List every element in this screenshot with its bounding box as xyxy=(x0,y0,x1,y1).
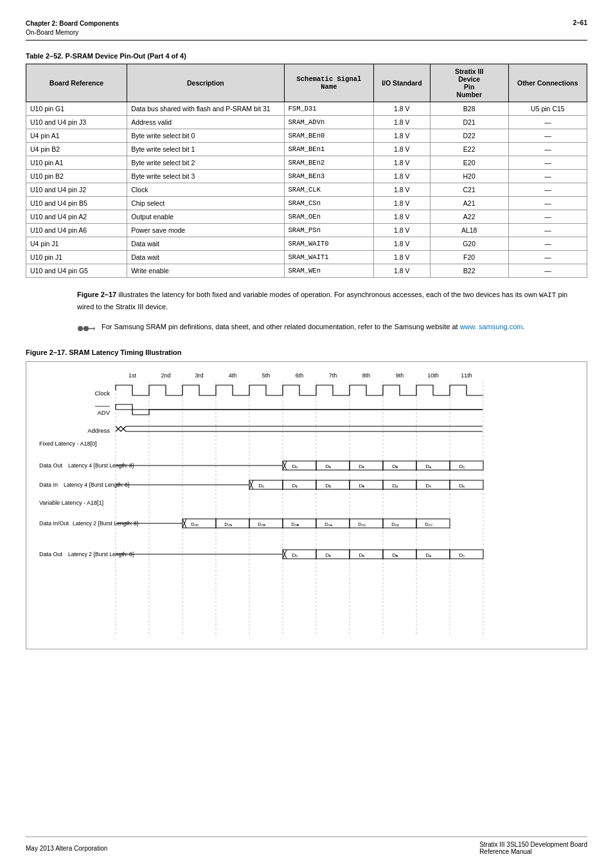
svg-text:Data Out: Data Out xyxy=(39,462,63,469)
col-header-pin: Stratix III Device Pin Number xyxy=(430,64,508,102)
svg-rect-41 xyxy=(416,461,450,470)
col-header-other: Other Connections xyxy=(508,64,587,102)
svg-rect-96 xyxy=(316,550,350,559)
timing-diagram: 1st 2nd 3rd 4th 5th 6th 7th 8th 9th 10th… xyxy=(26,361,587,649)
table-row: U4 pin A1Byte write select bit 0SRAM_BEn… xyxy=(26,129,587,143)
svg-text:D₂: D₂ xyxy=(359,552,365,558)
svg-text:D₀₆: D₀₆ xyxy=(391,521,398,527)
svg-text:Variable Latency - A18[1]: Variable Latency - A18[1] xyxy=(39,500,103,506)
svg-text:D₁: D₁ xyxy=(292,483,298,489)
col-header-io: I/O Standard xyxy=(374,64,430,102)
header-left: Chapter 2: Board Components On-Board Mem… xyxy=(26,19,119,37)
table-row: U10 pin B2Byte write select bit 3SRAM_BE… xyxy=(26,170,587,183)
table-row: U10 and U4 pin J2ClockSRAM_CLK1.8 VC21— xyxy=(26,183,587,197)
svg-rect-42 xyxy=(450,461,483,470)
svg-rect-80 xyxy=(383,519,416,528)
samsung-link[interactable]: www. samsung.com xyxy=(460,323,523,330)
page: Chapter 2: Board Components On-Board Mem… xyxy=(0,0,613,868)
svg-rect-37 xyxy=(283,461,316,470)
note-text: For Samsung SRAM pin definitions, data s… xyxy=(102,321,525,333)
table-body: U10 pin G1Data bus shared with flash and… xyxy=(26,102,587,278)
svg-text:D₀₄: D₀₄ xyxy=(324,521,332,527)
svg-rect-40 xyxy=(383,461,416,470)
svg-text:D₃: D₃ xyxy=(359,483,365,489)
page-footer: May 2013 Altera Corporation Stratix III … xyxy=(26,836,587,855)
table-row: U4 pin J1Data waitSRAM_WAIT01.8 VG20— xyxy=(26,237,587,251)
table-row: U10 pin G1Data bus shared with flash and… xyxy=(26,102,587,116)
figure-caption: Figure 2–17. SRAM Latency Timing Illustr… xyxy=(26,348,587,356)
note-box: For Samsung SRAM pin definitions, data s… xyxy=(26,321,587,336)
svg-text:5th: 5th xyxy=(262,372,271,379)
note-icon xyxy=(77,323,95,336)
table-row: U10 and U4 pin A2Output enableSRAM_OEn1.… xyxy=(26,210,587,224)
svg-rect-78 xyxy=(316,519,350,528)
table-row: U10 and U4 pin J3Address validSRAM_ADVn1… xyxy=(26,116,587,129)
chapter-subtitle: On-Board Memory xyxy=(26,28,119,37)
chapter-title: Chapter 2: Board Components xyxy=(26,19,119,28)
svg-rect-76 xyxy=(249,519,283,528)
svg-rect-97 xyxy=(350,550,383,559)
svg-rect-58 xyxy=(383,480,416,489)
svg-rect-75 xyxy=(216,519,249,528)
body-text-content: Figure 2–17 illustrates the latency for … xyxy=(77,291,567,311)
svg-rect-81 xyxy=(416,519,450,528)
svg-rect-74 xyxy=(182,519,216,528)
table-row: U4 pin B2Byte write select bit 1SRAM_BEn… xyxy=(26,143,587,156)
svg-rect-38 xyxy=(316,461,350,470)
svg-text:2nd: 2nd xyxy=(161,372,170,379)
svg-rect-56 xyxy=(316,480,350,489)
svg-text:D₀: D₀ xyxy=(292,464,298,469)
svg-text:D₀₂: D₀₂ xyxy=(258,521,265,527)
svg-text:D₄: D₄ xyxy=(426,464,432,469)
svg-text:D₂: D₂ xyxy=(326,483,332,489)
svg-text:Data In: Data In xyxy=(39,482,58,488)
svg-text:Data In/Out: Data In/Out xyxy=(39,520,69,527)
svg-rect-60 xyxy=(450,480,483,489)
body-paragraph: Figure 2–17 illustrates the latency for … xyxy=(26,289,587,312)
svg-text:6th: 6th xyxy=(296,372,304,379)
col-header-board: Board Reference xyxy=(26,64,127,102)
footer-left: May 2013 Altera Corporation xyxy=(26,845,107,852)
svg-text:D₁: D₁ xyxy=(326,552,332,558)
svg-text:Fixed Latency - A18[0]: Fixed Latency - A18[0] xyxy=(39,440,97,447)
svg-rect-54 xyxy=(249,480,283,489)
timing-svg: 1st 2nd 3rd 4th 5th 6th 7th 8th 9th 10th… xyxy=(33,370,592,640)
col-header-signal: Schematic Signal Name xyxy=(284,64,374,102)
svg-text:D₂: D₂ xyxy=(359,464,365,469)
page-number: 2–61 xyxy=(573,19,587,26)
svg-text:Data Out: Data Out xyxy=(39,551,63,557)
svg-text:4th: 4th xyxy=(229,372,237,379)
svg-rect-95 xyxy=(283,550,316,559)
table-row: U10 and U4 pin G5Write enableSRAM_WEn1.8… xyxy=(26,264,587,278)
svg-text:D₃: D₃ xyxy=(393,552,398,558)
svg-text:7th: 7th xyxy=(329,372,337,379)
svg-text:D₀₇: D₀₇ xyxy=(425,521,432,527)
svg-rect-39 xyxy=(350,461,383,470)
svg-point-0 xyxy=(78,326,83,331)
svg-rect-98 xyxy=(383,550,416,559)
svg-text:ADV: ADV xyxy=(97,409,110,416)
pin-out-table: Board Reference Description Schematic Si… xyxy=(26,64,587,278)
svg-text:11th: 11th xyxy=(461,372,472,379)
svg-rect-100 xyxy=(450,550,483,559)
svg-rect-59 xyxy=(416,480,450,489)
table-row: U10 pin J1Data waitSRAM_WAIT11.8 VF20— xyxy=(26,251,587,264)
svg-rect-99 xyxy=(416,550,450,559)
table-row: U10 and U4 pin A6Power save modeSRAM_PSn… xyxy=(26,224,587,237)
svg-rect-79 xyxy=(350,519,383,528)
svg-marker-4 xyxy=(94,327,95,330)
footer-right: Stratix III 3SL150 Development Board Ref… xyxy=(479,841,587,855)
svg-text:1st: 1st xyxy=(129,372,137,379)
svg-text:D₅: D₅ xyxy=(426,483,432,489)
svg-text:D₁: D₁ xyxy=(326,464,332,469)
col-header-desc: Description xyxy=(127,64,284,102)
svg-text:D₅: D₅ xyxy=(459,464,465,469)
table-caption: Table 2–52. P-SRAM Device Pin-Out (Part … xyxy=(26,52,587,60)
svg-text:9th: 9th xyxy=(396,372,404,379)
svg-rect-55 xyxy=(283,480,316,489)
svg-text:8th: 8th xyxy=(362,372,371,379)
svg-text:D₄: D₄ xyxy=(426,552,432,558)
svg-text:D₀: D₀ xyxy=(259,483,265,489)
svg-text:D₀₀: D₀₀ xyxy=(191,521,198,527)
table-row: U10 and U4 pin B5Chip selectSRAM_CSn1.8 … xyxy=(26,197,587,210)
